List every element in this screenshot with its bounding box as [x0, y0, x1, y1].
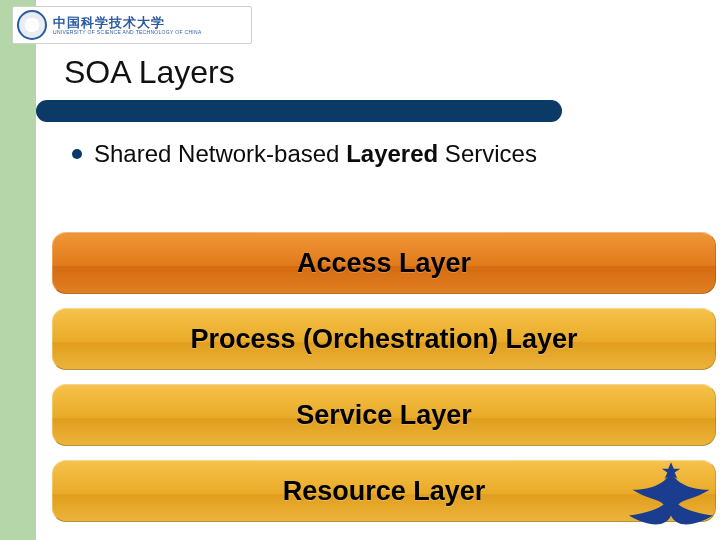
bullet-item: Shared Network-based Layered Services	[72, 140, 537, 168]
university-name-en: UNIVERSITY OF SCIENCE AND TECHNOLOGY OF …	[53, 30, 202, 35]
bullet-text: Shared Network-based Layered Services	[94, 140, 537, 168]
layer-access: Access Layer	[52, 232, 716, 294]
bullet-text-bold: Layered	[346, 140, 438, 167]
layer-process: Process (Orchestration) Layer	[52, 308, 716, 370]
eagle-watermark-icon	[616, 462, 720, 536]
layer-service: Service Layer	[52, 384, 716, 446]
university-logo-card: 中国科学技术大学 UNIVERSITY OF SCIENCE AND TECHN…	[12, 6, 252, 44]
bullet-dot-icon	[72, 149, 82, 159]
bullet-text-prefix: Shared Network-based	[94, 140, 346, 167]
bullet-text-suffix: Services	[438, 140, 537, 167]
university-seal-icon	[17, 10, 47, 40]
university-name: 中国科学技术大学 UNIVERSITY OF SCIENCE AND TECHN…	[53, 16, 202, 35]
university-name-cn: 中国科学技术大学	[53, 16, 202, 29]
slide-title: SOA Layers	[64, 54, 235, 91]
title-underline-bar	[36, 100, 562, 122]
left-accent-stripe	[0, 0, 36, 540]
